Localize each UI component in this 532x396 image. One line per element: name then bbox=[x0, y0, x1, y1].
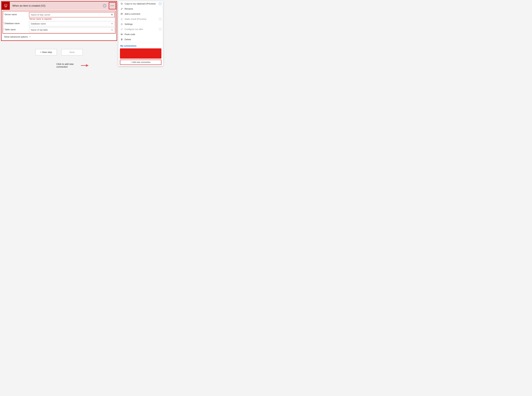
menu-delete[interactable]: Delete bbox=[118, 37, 163, 42]
clear-icon[interactable] bbox=[111, 13, 113, 16]
more-actions-button[interactable] bbox=[109, 2, 116, 9]
svg-point-15 bbox=[121, 24, 122, 24]
svg-point-14 bbox=[122, 14, 122, 14]
eye-icon bbox=[120, 33, 123, 35]
required-fields-block: *Server name Name of SQL server 'Server … bbox=[3, 11, 116, 34]
svg-rect-10 bbox=[121, 3, 122, 4]
svg-point-12 bbox=[121, 14, 122, 14]
comment-icon bbox=[120, 13, 123, 15]
svg-point-18 bbox=[122, 34, 122, 35]
menu-peek-code[interactable]: Peek code bbox=[118, 32, 163, 37]
gear-icon bbox=[120, 23, 123, 25]
sql-connector-icon: SQL bbox=[2, 2, 10, 10]
annotation-text: Click to add new connection bbox=[56, 63, 77, 68]
menu-copy-clipboard[interactable]: Copy to my clipboard (Preview) i bbox=[118, 1, 163, 6]
chevron-down-icon bbox=[111, 23, 113, 25]
info-icon[interactable]: i bbox=[159, 18, 161, 20]
menu-settings[interactable]: Settings bbox=[118, 22, 163, 27]
menu-add-comment[interactable]: Add a comment bbox=[118, 11, 163, 17]
annotation: Click to add new connection bbox=[56, 63, 117, 68]
info-icon[interactable]: i bbox=[103, 4, 106, 7]
database-name-placeholder: Database name bbox=[31, 23, 46, 25]
chevron-down-icon bbox=[111, 29, 113, 31]
save-button: Save bbox=[61, 49, 83, 55]
table-name-select[interactable]: Name of Sql table bbox=[29, 27, 115, 32]
menu-rename[interactable]: Rename bbox=[118, 6, 163, 11]
new-step-button[interactable]: + New step bbox=[35, 49, 57, 55]
context-menu: Copy to my clipboard (Preview) i Rename … bbox=[118, 1, 163, 66]
svg-point-13 bbox=[122, 14, 122, 14]
menu-run-after: Configure run after i bbox=[118, 27, 163, 32]
trigger-card: SQL When an item is created (V2) i bbox=[1, 1, 117, 41]
server-name-input[interactable]: Name of SQL server bbox=[29, 12, 115, 17]
info-icon[interactable]: i bbox=[159, 2, 161, 5]
flow-icon bbox=[120, 28, 123, 30]
flask-icon bbox=[120, 18, 123, 20]
chevron-down-icon bbox=[29, 35, 31, 38]
table-name-placeholder: Name of Sql table bbox=[31, 29, 48, 31]
my-connections-heading: My connections bbox=[118, 43, 163, 48]
info-icon[interactable]: i bbox=[159, 28, 161, 30]
menu-static-result: Static result (Preview) i bbox=[118, 17, 163, 22]
arrow-right-icon bbox=[79, 64, 88, 67]
trash-icon bbox=[120, 38, 123, 41]
server-name-label: *Server name bbox=[4, 12, 29, 16]
svg-point-16 bbox=[121, 29, 121, 30]
server-name-error: 'Server name' is required. bbox=[29, 18, 115, 20]
server-name-placeholder: Name of SQL server bbox=[31, 14, 50, 16]
table-name-label: *Table name bbox=[4, 27, 29, 31]
trigger-header[interactable]: SQL When an item is created (V2) i bbox=[1, 1, 117, 10]
copy-icon bbox=[120, 3, 123, 5]
svg-point-17 bbox=[122, 29, 123, 29]
svg-rect-9 bbox=[121, 3, 123, 5]
trigger-title: When an item is created (V2) bbox=[12, 4, 103, 7]
add-new-connection-button[interactable]: + Add new connection bbox=[120, 60, 161, 65]
connection-item-redacted[interactable] bbox=[120, 48, 161, 58]
ellipsis-icon bbox=[111, 6, 114, 6]
svg-text:SQL: SQL bbox=[5, 5, 7, 6]
pencil-icon bbox=[120, 8, 123, 10]
show-advanced-toggle[interactable]: Show advanced options bbox=[4, 35, 31, 38]
database-name-select[interactable]: Database name bbox=[29, 21, 115, 26]
database-name-label: *Database name bbox=[4, 21, 29, 25]
